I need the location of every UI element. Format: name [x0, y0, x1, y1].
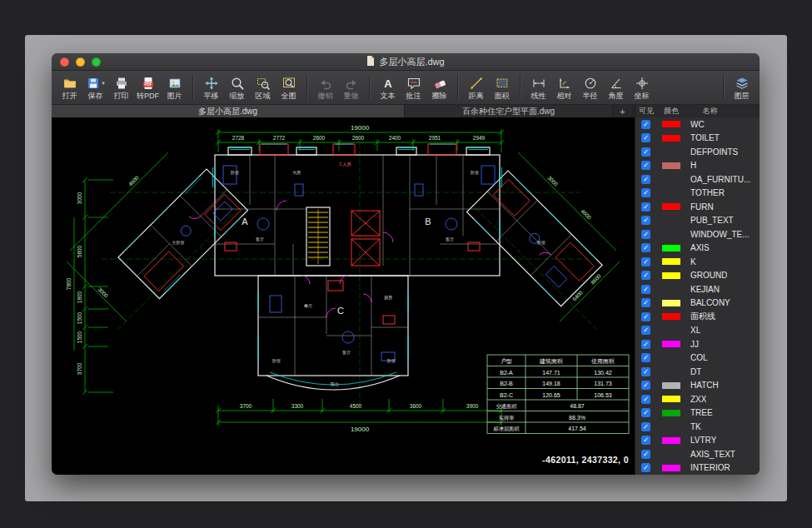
layer-row[interactable]: ✓ TREE — [635, 406, 760, 421]
zoom-button-tool[interactable]: 缩放 — [224, 72, 250, 103]
layer-visibility-checkbox[interactable]: ✓ — [641, 202, 650, 212]
layer-row[interactable]: ✓ ZXX — [635, 392, 760, 406]
dim-angle-button[interactable]: 角度 — [603, 72, 629, 103]
layer-color-cell — [657, 148, 685, 155]
svg-text:3700: 3700 — [240, 403, 252, 409]
layer-row[interactable]: ✓ AXIS — [635, 242, 760, 256]
layer-row[interactable]: ✓ BALCONY — [635, 296, 760, 311]
layer-name: K — [690, 257, 696, 266]
layer-row[interactable]: ✓ DT — [635, 365, 760, 379]
undo-button[interactable]: 撤销 — [312, 72, 338, 103]
layer-color-swatch — [662, 121, 680, 127]
layer-visibility-checkbox[interactable]: ✓ — [641, 422, 650, 431]
save-button[interactable]: ▾ 保存 — [82, 72, 108, 103]
layer-visibility-checkbox[interactable]: ✓ — [641, 395, 650, 404]
layer-visibility-checkbox[interactable]: ✓ — [641, 257, 650, 266]
layer-visibility-checkbox[interactable]: ✓ — [641, 367, 650, 376]
layer-row[interactable]: ✓ TOTHER — [635, 187, 760, 201]
zoom-button[interactable] — [92, 57, 101, 67]
svg-text:使用面积: 使用面积 — [591, 358, 615, 365]
layer-row[interactable]: ✓ DEFPOINTS — [635, 145, 760, 159]
layer-row[interactable]: ✓ COL — [635, 351, 760, 366]
layer-row[interactable]: ✓ KEJIAN — [635, 282, 760, 296]
new-tab-button[interactable]: + — [613, 105, 633, 117]
annotate-button[interactable]: 批注 — [401, 72, 426, 103]
text-icon: A — [381, 75, 396, 91]
measure-area-button[interactable]: 面积 — [489, 72, 515, 103]
layer-row[interactable]: ✓ K — [635, 255, 760, 269]
svg-text:19000: 19000 — [351, 426, 370, 433]
layer-visibility-checkbox[interactable]: ✓ — [641, 133, 650, 142]
print-button[interactable]: 打印 — [108, 72, 134, 103]
layer-visibility-checkbox[interactable]: ✓ — [641, 450, 650, 459]
layer-visibility-checkbox[interactable]: ✓ — [641, 340, 650, 349]
layer-visibility-checkbox[interactable]: ✓ — [641, 271, 650, 280]
layer-visibility-checkbox[interactable]: ✓ — [641, 120, 650, 129]
layer-row[interactable]: ✓ FURN — [635, 200, 760, 214]
measure-distance-button[interactable]: 距离 — [463, 72, 489, 103]
layer-row[interactable]: ✓ OA_FURNITU... — [635, 172, 760, 187]
svg-text:4600: 4600 — [127, 174, 140, 187]
dim-coordinate-button[interactable]: 坐标 — [629, 72, 655, 103]
layer-visibility-checkbox[interactable]: ✓ — [641, 147, 650, 157]
layers-button[interactable]: 图层 — [729, 72, 755, 103]
svg-text:2600: 2600 — [352, 135, 365, 141]
check-icon: ✓ — [641, 216, 650, 225]
layer-visibility-checkbox[interactable]: ✓ — [641, 243, 650, 252]
svg-text:130.42: 130.42 — [594, 370, 612, 376]
layer-visibility-checkbox[interactable]: ✓ — [641, 216, 650, 225]
zoom-fit-button[interactable]: 全图 — [276, 72, 301, 103]
export-pdf-button[interactable]: PDF 转PDF — [134, 72, 162, 103]
layer-visibility-checkbox[interactable]: ✓ — [641, 161, 650, 170]
dim-relative-button[interactable]: 相对 — [551, 72, 577, 103]
layer-row[interactable]: ✓ 面积线 — [635, 310, 760, 324]
text-tool-button[interactable]: A 文本 — [375, 72, 401, 103]
close-button[interactable] — [60, 57, 69, 67]
tab-document-1[interactable]: 多层小高层.dwg — [52, 105, 405, 117]
layer-row[interactable]: ✓ INTERIOR — [635, 461, 760, 476]
layer-visibility-checkbox[interactable]: ✓ — [641, 175, 650, 184]
check-icon: ✓ — [641, 243, 650, 252]
dim-linear-button[interactable]: 线性 — [526, 72, 551, 103]
layer-row[interactable]: ✓ AXIS_TEXT — [635, 447, 760, 461]
layer-row[interactable]: ✓ WINDOW_TE... — [635, 227, 760, 242]
layer-visibility-checkbox[interactable]: ✓ — [641, 353, 650, 362]
zoom-region-button[interactable]: 区域 — [250, 72, 276, 103]
export-image-button[interactable]: 图片 — [162, 72, 187, 103]
tab-document-2[interactable]: 百余种住宅户型平面.dwg — [405, 105, 613, 117]
layer-row[interactable]: ✓ XL — [635, 324, 760, 338]
layer-row[interactable]: ✓ TOILET — [635, 132, 760, 146]
layer-visibility-checkbox[interactable]: ✓ — [641, 436, 650, 445]
layer-visibility-checkbox[interactable]: ✓ — [641, 326, 650, 335]
title-bar[interactable]: 多层小高层.dwg — [52, 53, 760, 71]
layer-visibility-checkbox[interactable]: ✓ — [641, 188, 650, 197]
linear-dimension-icon — [531, 75, 546, 91]
layer-row[interactable]: ✓ HATCH — [635, 379, 760, 393]
layer-row[interactable]: ✓ GROUND — [635, 269, 760, 283]
redo-button[interactable]: 重做 — [338, 72, 364, 103]
layer-row[interactable]: ✓ JJ — [635, 337, 760, 351]
layer-visibility-checkbox[interactable]: ✓ — [641, 285, 650, 294]
pan-button[interactable]: 平移 — [198, 72, 224, 103]
dim-radius-button[interactable]: 半径 — [577, 72, 603, 103]
layer-row[interactable]: ✓ TK — [635, 420, 760, 434]
layer-visibility-checkbox[interactable]: ✓ — [641, 463, 650, 472]
layer-visibility-checkbox[interactable]: ✓ — [641, 298, 650, 307]
right-wing — [467, 171, 603, 306]
erase-button[interactable]: 擦除 — [426, 72, 452, 103]
toolbar-label: 半径 — [583, 92, 598, 100]
layer-visibility-checkbox[interactable]: ✓ — [641, 312, 650, 321]
layer-row[interactable]: ✓ LVTRY — [635, 434, 760, 448]
open-button[interactable]: 打开 — [57, 72, 82, 103]
layer-row[interactable]: ✓ PUB_TEXT — [635, 214, 760, 228]
layer-visibility-checkbox[interactable]: ✓ — [641, 230, 650, 239]
floorplan-drawing[interactable]: 19000 2728 2772 2600 2600 2400 2951 2949… — [52, 117, 635, 475]
drawing-canvas[interactable]: 19000 2728 2772 2600 2600 2400 2951 2949… — [52, 117, 635, 475]
minimize-button[interactable] — [76, 57, 85, 67]
layer-row[interactable]: ✓ WC — [635, 117, 760, 132]
layer-row[interactable]: ✓ H — [635, 159, 760, 173]
toolbar-label: 平移 — [204, 92, 219, 100]
layer-list: ✓ WC ✓ TOILET ✓ — [635, 117, 760, 475]
layer-visibility-checkbox[interactable]: ✓ — [641, 408, 650, 417]
layer-visibility-checkbox[interactable]: ✓ — [641, 381, 650, 390]
